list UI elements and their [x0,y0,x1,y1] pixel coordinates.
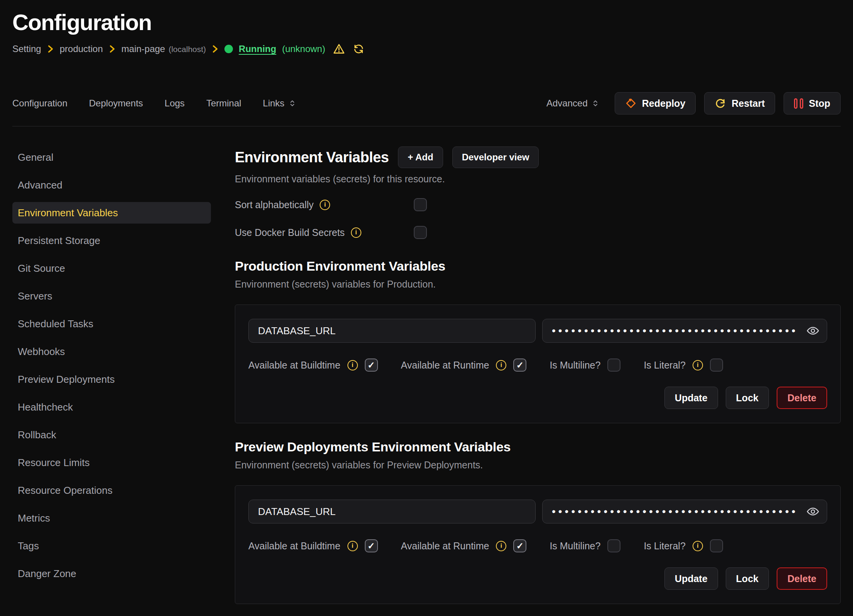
tab-bar: Configuration Deployments Logs Terminal … [12,92,841,126]
flag-is-multiline: Is Multiline? [550,539,620,552]
tab-configuration[interactable]: Configuration [12,98,67,109]
flag-is-literal: Is Literal? i [644,358,723,372]
sidebar-item-advanced[interactable]: Advanced [12,174,211,196]
flag-label: Available at Buildtime [248,540,341,552]
flag-label: Available at Buildtime [248,360,341,371]
check-icon: ✓ [516,542,524,550]
lock-button[interactable]: Lock [726,387,769,409]
sort-alphabetically-checkbox[interactable] [414,198,427,211]
docker-build-secrets-checkbox[interactable] [414,226,427,239]
restart-icon [715,98,726,109]
chevron-right-icon [47,45,54,53]
redeploy-button[interactable]: Redeploy [615,92,696,114]
env-key-input[interactable] [248,500,536,523]
sidebar-item-scheduled-tasks[interactable]: Scheduled Tasks [12,313,211,335]
buildtime-checkbox[interactable]: ✓ [365,358,378,372]
tab-logs[interactable]: Logs [165,98,185,109]
stop-label: Stop [809,98,830,109]
masked-value: •••••••••••••••••••••••••••••••••••••• [552,500,806,523]
update-button[interactable]: Update [664,387,718,409]
advanced-dropdown-label: Advanced [546,98,588,109]
sidebar-item-healthcheck[interactable]: Healthcheck [12,396,211,418]
flag-label: Is Multiline? [550,540,600,552]
reveal-value-eye-icon[interactable] [806,324,820,338]
info-icon[interactable]: i [320,200,330,210]
env-key-input[interactable] [248,319,536,343]
info-icon[interactable]: i [496,541,506,551]
sidebar-item-servers[interactable]: Servers [12,285,211,307]
status-link[interactable]: Running [239,44,276,54]
docker-build-secrets-label: Use Docker Build Secrets [235,227,345,238]
warning-icon [332,43,346,55]
production-section-title: Production Environment Variables [235,258,841,274]
multiline-checkbox[interactable] [607,539,620,552]
docker-build-secrets-row: Use Docker Build Secrets i [235,225,841,240]
reveal-value-eye-icon[interactable] [806,505,820,518]
update-button[interactable]: Update [664,567,718,590]
production-section-subtitle: Environment (secrets) variables for Prod… [235,279,841,290]
literal-checkbox[interactable] [710,358,723,372]
env-value-field[interactable]: •••••••••••••••••••••••••••••••••••••• [542,500,827,523]
preview-section-title: Preview Deployments Environment Variable… [235,439,841,455]
breadcrumb: Setting production main-page (localhost)… [12,43,841,55]
sidebar-item-danger-zone[interactable]: Danger Zone [12,563,211,584]
sidebar-item-webhooks[interactable]: Webhooks [12,341,211,362]
runtime-checkbox[interactable]: ✓ [513,539,526,552]
restart-button[interactable]: Restart [704,92,775,114]
refresh-icon[interactable] [353,43,364,55]
info-icon[interactable]: i [693,541,703,551]
resource-host: (localhost) [169,45,206,54]
flag-label: Is Literal? [644,360,685,371]
resource-name: main-page [121,44,165,54]
info-icon[interactable]: i [351,227,361,238]
env-value-field[interactable]: •••••••••••••••••••••••••••••••••••••• [542,319,827,343]
lock-button[interactable]: Lock [726,567,769,590]
sidebar-item-git-source[interactable]: Git Source [12,258,211,279]
check-icon: ✓ [516,361,524,370]
tabs: Configuration Deployments Logs Terminal … [12,98,297,109]
sidebar-item-resource-limits[interactable]: Resource Limits [12,452,211,473]
sidebar-item-metrics[interactable]: Metrics [12,507,211,529]
sidebar-item-rollback[interactable]: Rollback [12,424,211,446]
flag-is-multiline: Is Multiline? [550,358,620,372]
info-icon[interactable]: i [347,541,358,551]
sidebar-item-tags[interactable]: Tags [12,535,211,557]
delete-button[interactable]: Delete [777,387,827,409]
developer-view-button[interactable]: Developer view [452,146,539,168]
status-dot [224,45,233,53]
check-icon: ✓ [367,361,375,370]
sidebar-item-environment-variables[interactable]: Environment Variables [12,202,211,224]
flag-is-literal: Is Literal? i [644,539,723,552]
breadcrumb-setting[interactable]: Setting [12,44,41,54]
multiline-checkbox[interactable] [607,358,620,372]
delete-button[interactable]: Delete [777,567,827,590]
sidebar-item-persistent-storage[interactable]: Persistent Storage [12,230,211,251]
info-icon[interactable]: i [347,360,358,370]
buildtime-checkbox[interactable]: ✓ [365,539,378,552]
sidebar-item-preview-deployments[interactable]: Preview Deployments [12,369,211,390]
info-icon[interactable]: i [693,360,703,370]
env-var-card-preview: •••••••••••••••••••••••••••••••••••••• A… [235,485,841,604]
unfold-icon [288,99,297,108]
breadcrumb-environment[interactable]: production [60,44,103,54]
breadcrumb-resource[interactable]: main-page (localhost) [121,44,206,54]
tab-terminal[interactable]: Terminal [206,98,241,109]
sidebar-item-general[interactable]: General [12,146,211,168]
sidebar-item-resource-operations[interactable]: Resource Operations [12,480,211,501]
redeploy-icon [625,98,637,109]
flag-label: Is Literal? [644,540,685,552]
check-icon: ✓ [367,542,375,550]
runtime-checkbox[interactable]: ✓ [513,358,526,372]
stop-button[interactable]: Stop [784,92,841,114]
status-detail: (unknown) [282,44,325,54]
flag-available-at-buildtime: Available at Buildtime i ✓ [248,358,378,372]
tab-links[interactable]: Links [263,98,297,109]
info-icon[interactable]: i [496,360,506,370]
sort-alphabetically-label: Sort alphabetically [235,199,314,210]
tab-deployments[interactable]: Deployments [89,98,143,109]
literal-checkbox[interactable] [710,539,723,552]
advanced-dropdown[interactable]: Advanced [546,98,600,109]
add-variable-button[interactable]: + Add [398,146,443,168]
settings-sidebar: General Advanced Environment Variables P… [12,126,211,604]
section-title: Environment Variables [235,149,389,166]
